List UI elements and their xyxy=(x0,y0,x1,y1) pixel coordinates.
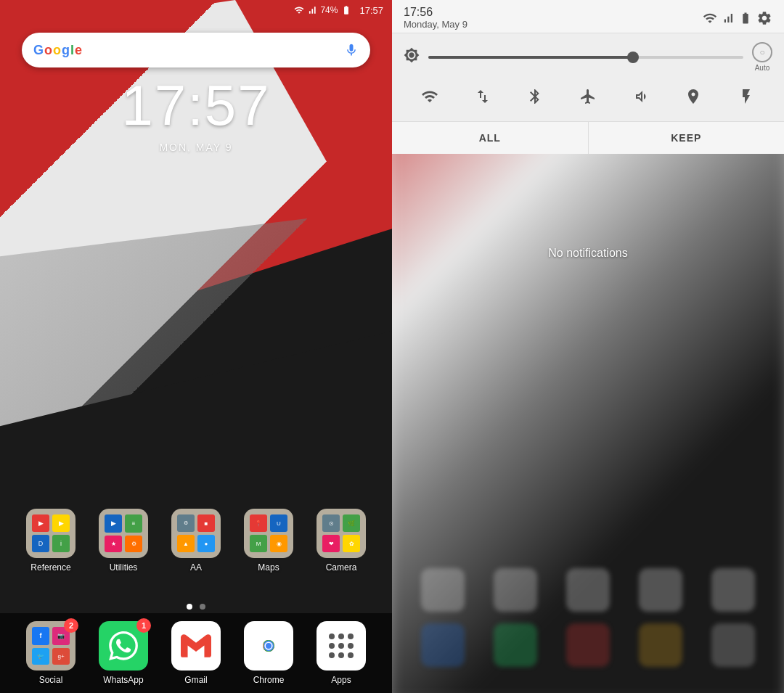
notif-settings-icon[interactable] xyxy=(756,10,772,26)
blurred-icon-6 xyxy=(421,623,465,667)
auto-label: Auto xyxy=(755,64,770,72)
utilities-folder-icon: ▶ ≡ ★ ⚙ xyxy=(99,509,148,558)
status-time: 17:57 xyxy=(359,5,383,16)
app-maps[interactable]: 📍 U M ◉ Maps xyxy=(236,509,301,573)
brightness-icon[interactable] xyxy=(404,47,420,67)
svg-point-4 xyxy=(266,643,271,649)
brightness-slider[interactable] xyxy=(428,56,743,59)
quick-location-icon[interactable] xyxy=(677,81,709,112)
keep-button[interactable]: KEEP xyxy=(589,122,785,154)
notification-status-icons xyxy=(703,10,772,26)
chrome-label: Chrome xyxy=(253,675,285,685)
mic-icon[interactable] xyxy=(341,40,362,60)
status-icons: 74% 17:57 xyxy=(294,5,383,16)
aa-folder-icon: ⚙ ■ ▲ ● xyxy=(171,509,221,558)
quick-bluetooth-icon[interactable] xyxy=(519,81,551,112)
blurred-row-2 xyxy=(392,623,784,667)
clock-date: MON, MAY 9 xyxy=(0,142,392,153)
brightness-thumb xyxy=(627,52,639,63)
quick-wifi-icon[interactable] xyxy=(414,81,446,112)
blurred-icon-7 xyxy=(494,623,537,667)
whatsapp-label: WhatsApp xyxy=(103,675,143,685)
search-bar[interactable]: Google xyxy=(22,33,370,67)
notif-signal-icon xyxy=(722,12,735,25)
app-row-1: ▶ ▶ D i Reference xyxy=(15,509,377,573)
dock-chrome[interactable]: Chrome xyxy=(236,621,301,685)
battery-text: 74% xyxy=(320,5,338,15)
app-grid: ▶ ▶ D i Reference xyxy=(0,509,392,584)
maps-label: Maps xyxy=(258,562,279,573)
brightness-fill xyxy=(428,56,633,59)
app-aa[interactable]: ⚙ ■ ▲ ● AA xyxy=(163,509,229,573)
blurred-icon-9 xyxy=(639,623,682,667)
blurred-icon-2 xyxy=(494,568,537,612)
signal-bars-icon xyxy=(307,5,317,15)
brightness-auto[interactable]: ○ Auto xyxy=(752,42,772,72)
blurred-icon-8 xyxy=(566,623,610,667)
notification-filter-buttons: ALL KEEP xyxy=(392,121,784,154)
social-label: Social xyxy=(39,675,63,685)
apps-label: Apps xyxy=(331,675,351,685)
page-dots xyxy=(0,604,392,610)
notification-shade: 17:56 Monday, May 9 xyxy=(392,0,784,693)
utilities-label: Utilities xyxy=(110,562,138,573)
brightness-row: ○ Auto xyxy=(404,42,772,72)
app-camera[interactable]: ⊙ 🌿 ❤ ✿ Camera xyxy=(309,509,374,573)
quick-icons-row xyxy=(404,81,772,112)
no-notifications-text: No notifications xyxy=(548,247,627,259)
apps-grid-dots xyxy=(322,626,361,665)
dock: f 📷 🐦 g+ 2 Social 1 WhatsApp xyxy=(0,613,392,693)
reference-folder-icon: ▶ ▶ D i xyxy=(26,509,75,558)
quick-volume-icon[interactable] xyxy=(625,81,657,112)
notif-battery-icon xyxy=(739,12,752,25)
gmail-icon xyxy=(171,621,221,671)
quick-settings: ○ Auto xyxy=(392,33,784,121)
status-bar: 74% 17:57 xyxy=(0,0,392,20)
notification-status-bar: 17:56 Monday, May 9 xyxy=(392,0,784,33)
gmail-label: Gmail xyxy=(184,675,207,685)
no-notifications: No notifications xyxy=(392,225,784,282)
page-dot-2[interactable] xyxy=(200,604,205,610)
quick-flashlight-icon[interactable] xyxy=(730,81,762,112)
apps-icon xyxy=(317,621,366,671)
clock-widget: 17:57 MON, MAY 9 xyxy=(0,73,392,153)
dock-gmail[interactable]: Gmail xyxy=(163,621,229,685)
whatsapp-badge: 1 xyxy=(136,618,151,633)
blurred-icon-4 xyxy=(639,568,682,612)
blurred-icon-10 xyxy=(711,623,755,667)
auto-circle: ○ xyxy=(752,42,772,62)
blurred-icon-3 xyxy=(566,568,610,612)
blurred-row-1 xyxy=(392,568,784,612)
quick-data-icon[interactable] xyxy=(467,81,499,112)
all-button[interactable]: ALL xyxy=(392,122,588,154)
notification-time: 17:56 xyxy=(404,6,467,19)
app-reference[interactable]: ▶ ▶ D i Reference xyxy=(18,509,83,573)
battery-icon xyxy=(340,5,352,15)
dock-whatsapp[interactable]: 1 WhatsApp xyxy=(91,621,156,685)
camera-folder-icon: ⊙ 🌿 ❤ ✿ xyxy=(317,509,366,558)
google-logo: Google xyxy=(33,43,82,58)
reference-label: Reference xyxy=(30,562,70,573)
chrome-icon xyxy=(244,621,293,671)
social-badge: 2 xyxy=(64,618,78,633)
dock-social[interactable]: f 📷 🐦 g+ 2 Social xyxy=(18,621,83,685)
notification-time-info: 17:56 Monday, May 9 xyxy=(404,6,467,30)
blurred-apps-area xyxy=(392,461,784,693)
notif-wifi-icon xyxy=(703,11,717,25)
camera-label: Camera xyxy=(326,562,357,573)
home-screen: 74% 17:57 Google 17:57 MON, MAY 9 xyxy=(0,0,392,693)
maps-folder-icon: 📍 U M ◉ xyxy=(244,509,293,558)
app-utilities[interactable]: ▶ ≡ ★ ⚙ Utilities xyxy=(91,509,156,573)
notification-date: Monday, May 9 xyxy=(404,19,467,30)
notification-panel: 17:56 Monday, May 9 xyxy=(392,0,784,154)
blurred-icon-1 xyxy=(421,568,465,612)
signal-icon xyxy=(294,5,304,15)
clock-time: 17:57 xyxy=(0,73,392,139)
aa-label: AA xyxy=(190,562,202,573)
quick-airplane-icon[interactable] xyxy=(572,81,604,112)
dock-apps[interactable]: Apps xyxy=(309,621,374,685)
blurred-icon-5 xyxy=(711,568,755,612)
page-dot-1[interactable] xyxy=(187,604,192,610)
